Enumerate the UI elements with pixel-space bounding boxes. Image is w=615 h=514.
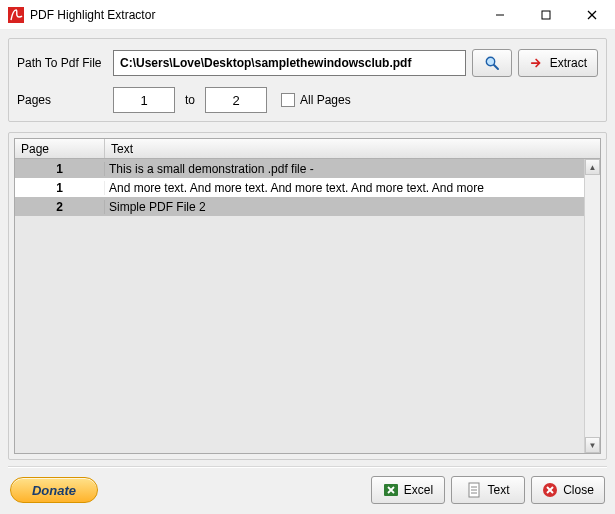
app-icon [8, 7, 24, 23]
titlebar: PDF Highlight Extractor [0, 0, 615, 30]
cell-page: 1 [15, 162, 105, 176]
text-button-label: Text [487, 483, 509, 497]
window-title: PDF Highlight Extractor [30, 8, 155, 22]
column-header-text[interactable]: Text [105, 139, 600, 158]
results-table: Page Text 1 This is a small demonstratio… [14, 138, 601, 454]
browse-button[interactable] [472, 49, 512, 77]
close-window-button[interactable] [569, 0, 615, 30]
svg-line-6 [494, 65, 498, 69]
table-row[interactable]: 1 And more text. And more text. And more… [15, 178, 600, 197]
excel-button[interactable]: Excel [371, 476, 445, 504]
vertical-scrollbar[interactable]: ▲ ▼ [584, 159, 600, 453]
donate-button-label: Donate [32, 483, 76, 498]
cell-page: 2 [15, 200, 105, 214]
to-label: to [185, 93, 195, 107]
close-button[interactable]: Close [531, 476, 605, 504]
table-row[interactable]: 2 Simple PDF File 2 [15, 197, 600, 216]
column-header-page[interactable]: Page [15, 139, 105, 158]
path-label: Path To Pdf File [17, 56, 113, 70]
minimize-button[interactable] [477, 0, 523, 30]
results-panel: Page Text 1 This is a small demonstratio… [8, 132, 607, 460]
extract-button-label: Extract [550, 56, 587, 70]
cell-text: This is a small demonstration .pdf file … [105, 162, 600, 176]
arrow-right-icon [529, 55, 545, 71]
scroll-up-button[interactable]: ▲ [585, 159, 600, 175]
scroll-track[interactable] [585, 175, 600, 437]
table-header: Page Text [15, 139, 600, 159]
close-button-label: Close [563, 483, 594, 497]
text-file-icon [466, 482, 482, 498]
path-input[interactable] [113, 50, 466, 76]
excel-button-label: Excel [404, 483, 433, 497]
bottom-bar: Donate Excel Text [8, 472, 607, 506]
all-pages-checkbox[interactable] [281, 93, 295, 107]
pages-label: Pages [17, 93, 113, 107]
maximize-button[interactable] [523, 0, 569, 30]
separator [8, 466, 607, 468]
page-from-input[interactable] [113, 87, 175, 113]
svg-rect-2 [542, 11, 550, 19]
scroll-down-button[interactable]: ▼ [585, 437, 600, 453]
close-icon [542, 482, 558, 498]
text-button[interactable]: Text [451, 476, 525, 504]
page-to-input[interactable] [205, 87, 267, 113]
input-panel: Path To Pdf File Extract [8, 38, 607, 122]
client-area: Path To Pdf File Extract [0, 30, 615, 514]
cell-text: Simple PDF File 2 [105, 200, 600, 214]
excel-icon [383, 482, 399, 498]
all-pages-label: All Pages [300, 93, 351, 107]
extract-button[interactable]: Extract [518, 49, 598, 77]
magnifier-icon [484, 55, 500, 71]
cell-page: 1 [15, 181, 105, 195]
cell-text: And more text. And more text. And more t… [105, 181, 600, 195]
table-row[interactable]: 1 This is a small demonstration .pdf fil… [15, 159, 600, 178]
donate-button[interactable]: Donate [10, 477, 98, 503]
table-body: 1 This is a small demonstration .pdf fil… [15, 159, 600, 453]
